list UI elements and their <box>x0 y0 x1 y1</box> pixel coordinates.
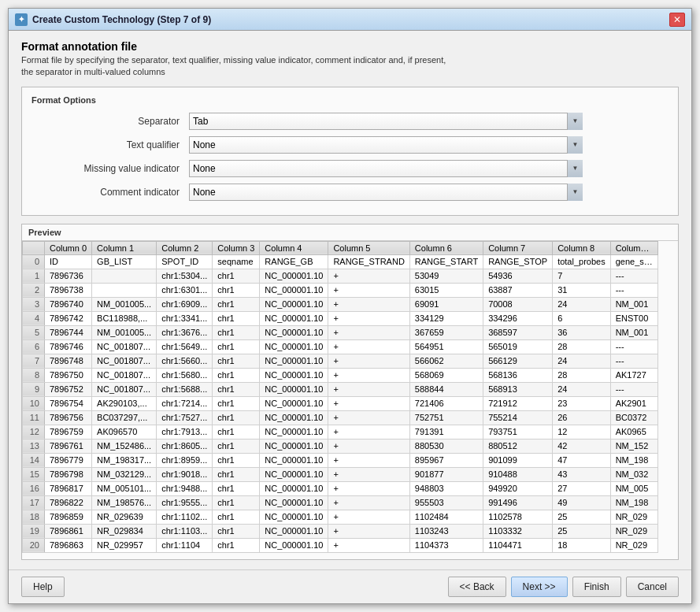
help-button[interactable]: Help <box>21 577 65 597</box>
table-cell: BC0372 <box>610 410 657 425</box>
table-cell: 53049 <box>409 269 483 283</box>
next-button[interactable]: Next >> <box>511 577 568 597</box>
col-header-5: Column 5 <box>328 241 409 254</box>
col-header-7: Column 7 <box>483 241 553 254</box>
missing-value-label: Missing value indicator <box>31 163 189 174</box>
comment-indicator-row: Comment indicator None # // % ▼ <box>31 184 669 201</box>
table-cell: 948803 <box>409 481 483 495</box>
row-num: 3 <box>23 297 45 311</box>
table-cell: 7896754 <box>45 396 92 410</box>
cancel-button[interactable]: Cancel <box>626 577 679 597</box>
table-cell: chr1 <box>213 524 260 538</box>
table-cell: NM_198 <box>610 453 657 467</box>
table-cell: 27 <box>553 481 611 495</box>
table-row: 47896742BC118988,...chr1:3341...chr1NC_0… <box>23 311 658 325</box>
row-num: 13 <box>23 439 45 453</box>
table-cell: AK290103,... <box>92 396 157 410</box>
table-cell: chr1:3341... <box>157 311 213 325</box>
table-cell: 7896761 <box>45 439 92 453</box>
missing-value-select[interactable]: None NA N/A null . <box>189 160 583 177</box>
row-num: 0 <box>23 254 45 269</box>
table-cell: 564951 <box>409 339 483 354</box>
table-row: 207896863NR_029957chr1:1104chr1NC_000001… <box>23 538 658 552</box>
table-cell: 793751 <box>483 425 553 439</box>
col-header-rownum <box>23 241 45 254</box>
table-cell: NC_000001.10 <box>260 538 328 552</box>
text-qualifier-select[interactable]: None " ' <box>189 136 583 154</box>
missing-value-row: Missing value indicator None NA N/A null… <box>31 160 669 177</box>
table-cell: 901099 <box>483 453 553 467</box>
table-cell: chr1 <box>213 368 260 382</box>
table-cell: + <box>328 453 409 467</box>
table-cell: chr1:9555... <box>157 495 213 510</box>
table-cell: chr1:5649... <box>157 339 213 354</box>
table-cell: 54936 <box>483 269 553 283</box>
separator-select[interactable]: Tab Comma Semicolon Space <box>189 113 583 130</box>
table-cell: chr1 <box>213 538 260 552</box>
table-cell: chr1:7527... <box>157 410 213 425</box>
table-cell: NM_198317... <box>92 453 157 467</box>
finish-button[interactable]: Finish <box>572 577 621 597</box>
table-cell: chr1:5660... <box>157 354 213 368</box>
table-cell: 566062 <box>409 354 483 368</box>
table-cell: 7896822 <box>45 495 92 510</box>
row-num: 12 <box>23 425 45 439</box>
table-cell: chr1 <box>213 425 260 439</box>
table-cell: chr1 <box>213 283 260 297</box>
col-header-2: Column 2 <box>157 241 213 254</box>
table-cell: 1104471 <box>483 538 553 552</box>
table-row: 0IDGB_LISTSPOT_IDseqnameRANGE_GBRANGE_ST… <box>23 254 658 269</box>
table-cell: chr1:1102... <box>157 510 213 524</box>
separator-row: Separator Tab Comma Semicolon Space ▼ <box>31 113 669 130</box>
table-cell: NC_000001.10 <box>260 396 328 410</box>
table-cell: NM_152486... <box>92 439 157 453</box>
table-cell <box>92 283 157 297</box>
table-cell: 7896798 <box>45 467 92 481</box>
table-cell: 7896736 <box>45 269 92 283</box>
table-cell: NC_000001.10 <box>260 524 328 538</box>
table-cell: 25 <box>553 524 611 538</box>
table-cell: NC_000001.10 <box>260 269 328 283</box>
table-cell: chr1 <box>213 297 260 311</box>
col-header-0: Column 0 <box>45 241 92 254</box>
comment-indicator-label: Comment indicator <box>31 187 189 198</box>
table-cell: NC_000001.10 <box>260 368 328 382</box>
table-cell: NC_001807... <box>92 368 157 382</box>
back-button[interactable]: << Back <box>448 577 506 597</box>
table-cell: NC_000001.10 <box>260 339 328 354</box>
column-header-row: Column 0 Column 1 Column 2 Column 3 Colu… <box>23 241 658 254</box>
comment-indicator-select[interactable]: None # // % <box>189 184 583 201</box>
table-cell: NM_198 <box>610 495 657 510</box>
col-header-3: Column 3 <box>213 241 260 254</box>
table-cell: 334296 <box>483 311 553 325</box>
table-cell: chr1 <box>213 311 260 325</box>
table-cell: 26 <box>553 410 611 425</box>
preview-table-container[interactable]: Column 0 Column 1 Column 2 Column 3 Colu… <box>22 240 678 559</box>
table-cell: + <box>328 311 409 325</box>
table-cell: 791391 <box>409 425 483 439</box>
table-cell: --- <box>610 283 657 297</box>
row-num: 1 <box>23 269 45 283</box>
table-row: 37896740NM_001005...chr1:6909...chr1NC_0… <box>23 297 658 311</box>
table-cell: chr1 <box>213 382 260 396</box>
table-cell: chr1 <box>213 396 260 410</box>
table-row: 137896761NM_152486...chr1:8605...chr1NC_… <box>23 439 658 453</box>
table-cell: NC_000001.10 <box>260 495 328 510</box>
row-num: 17 <box>23 495 45 510</box>
table-cell: 24 <box>553 382 611 396</box>
table-cell: NC_001807... <box>92 339 157 354</box>
table-cell: chr1:8959... <box>157 453 213 467</box>
table-cell: + <box>328 297 409 311</box>
table-cell: NC_000001.10 <box>260 311 328 325</box>
table-cell: + <box>328 396 409 410</box>
table-cell: chr1 <box>213 410 260 425</box>
table-cell: NC_000001.10 <box>260 439 328 453</box>
table-cell: + <box>328 510 409 524</box>
table-row: 197896861NR_029834chr1:1103...chr1NC_000… <box>23 524 658 538</box>
close-button[interactable]: ✕ <box>669 13 685 27</box>
table-cell: 18 <box>553 538 611 552</box>
table-cell: 367659 <box>409 325 483 339</box>
table-cell: + <box>328 495 409 510</box>
table-cell: ENST00 <box>610 311 657 325</box>
title-bar-left: ✦ Create Custom Technology (Step 7 of 9) <box>15 13 211 26</box>
